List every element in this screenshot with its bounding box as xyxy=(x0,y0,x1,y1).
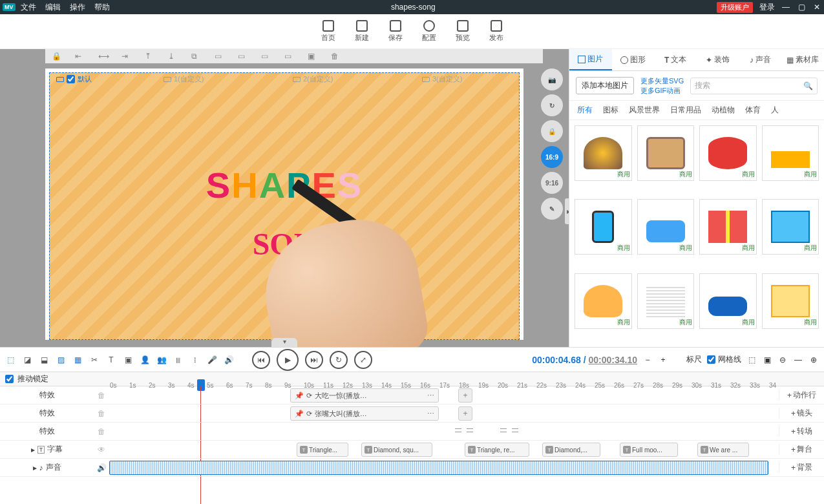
record-icon[interactable]: ⬚ xyxy=(5,355,16,365)
asset-phone[interactable]: 商用 xyxy=(575,199,632,255)
cat-icons[interactable]: 图标 xyxy=(603,105,618,116)
chevron-icon[interactable]: ▸ xyxy=(31,445,35,454)
ratio-16-9[interactable]: 16:9 xyxy=(541,146,563,168)
push-lock-check[interactable] xyxy=(5,375,14,383)
align-icon[interactable]: ⤒ xyxy=(145,52,154,61)
asset-chicken[interactable]: 商用 xyxy=(575,273,632,329)
cat-daily[interactable]: 日常用品 xyxy=(670,105,701,116)
menu-help[interactable]: 帮助 xyxy=(94,2,110,13)
add-camera-button[interactable]: + 镜头 xyxy=(779,408,824,419)
align-icon[interactable]: ⟷ xyxy=(98,52,107,61)
canvas-text-shapes[interactable]: SHAPES xyxy=(206,164,363,206)
delete-track-icon[interactable]: 🗑 xyxy=(94,427,109,436)
clip-fx-2[interactable]: 📌⟳张嘴大叫(播放完消失)⋯ xyxy=(290,406,439,421)
cat-people[interactable]: 人 xyxy=(771,105,779,116)
subtitle-clip[interactable]: TDiamond,... xyxy=(542,443,600,457)
menu-file[interactable]: 文件 xyxy=(21,2,36,13)
text-icon[interactable]: T xyxy=(106,355,116,365)
tool-icon[interactable]: ▦ xyxy=(72,355,83,365)
mic-icon[interactable]: ⫼ xyxy=(173,355,184,365)
layer-icon[interactable]: ▭ xyxy=(238,52,247,61)
cut-icon[interactable]: ✂ xyxy=(89,355,100,365)
menu-edit[interactable]: 编辑 xyxy=(45,2,61,13)
tool-icon[interactable]: ▣ xyxy=(762,355,772,365)
asset-motorcycle[interactable]: 商用 xyxy=(699,273,757,329)
asset-bag[interactable]: 商用 xyxy=(762,273,819,329)
layer-icon[interactable]: ▭ xyxy=(261,52,270,61)
plus-icon[interactable]: + xyxy=(658,355,668,365)
lock-button[interactable]: 🔒 xyxy=(541,120,563,142)
next-button[interactable]: ⏭ xyxy=(305,351,323,369)
add-transition-button[interactable]: + 转场 xyxy=(779,426,824,437)
toolbar-publish[interactable]: 发布 xyxy=(489,20,503,43)
wave-icon[interactable]: ⫶ xyxy=(190,355,200,365)
zoom-out-icon[interactable]: ⊖ xyxy=(777,355,788,365)
tab-sound[interactable]: ♪声音 xyxy=(739,49,782,70)
subtitle-clip[interactable]: TTriangle... xyxy=(297,443,348,457)
tab-text[interactable]: T文本 xyxy=(654,49,697,70)
align-icon[interactable]: ⤓ xyxy=(168,52,177,61)
user-icon[interactable]: 👤 xyxy=(140,355,150,365)
maximize-icon[interactable]: ▢ xyxy=(797,3,806,12)
asset-noodles[interactable]: 商用 xyxy=(575,125,632,181)
zoom-slider[interactable]: — xyxy=(793,355,803,365)
toolbar-config[interactable]: 配置 xyxy=(422,20,436,43)
copy-icon[interactable]: ⧉ xyxy=(191,52,200,61)
canvas-pull-handle[interactable]: ▾ xyxy=(271,338,297,347)
prev-button[interactable]: ⏮ xyxy=(252,351,270,369)
scene-tab-2[interactable]: 2(自定义) xyxy=(289,73,337,85)
tool-icon[interactable]: ▣ xyxy=(123,355,133,365)
cat-sports[interactable]: 体育 xyxy=(745,105,761,116)
canvas[interactable]: 默认 1(自定义) 2(自定义) 3(自定义) SHAPES SON xyxy=(45,68,523,340)
asset-gift[interactable]: 商用 xyxy=(699,199,757,255)
scene-tab-3[interactable]: 3(自定义) xyxy=(418,73,466,85)
toolbar-preview[interactable]: 预览 xyxy=(456,20,470,43)
subtitle-clip[interactable]: TFull moo... xyxy=(620,443,678,457)
link-more-svg[interactable]: 更多矢量SVG xyxy=(640,76,684,85)
chevron-icon[interactable]: ▸ xyxy=(33,463,37,472)
volume-icon[interactable]: 🔊 xyxy=(94,463,109,472)
minus-icon[interactable]: − xyxy=(642,355,653,365)
asset-map[interactable]: 商用 xyxy=(762,199,819,255)
transition-markers[interactable] xyxy=(500,428,518,435)
play-button[interactable]: ▶ xyxy=(277,349,299,371)
scene-check[interactable] xyxy=(67,75,75,83)
menu-action[interactable]: 操作 xyxy=(70,2,85,13)
minimize-icon[interactable]: — xyxy=(781,3,790,12)
volume-icon[interactable]: 🔊 xyxy=(224,355,234,365)
upgrade-button[interactable]: 升级账户 xyxy=(717,2,753,13)
add-local-image-button[interactable]: 添加本地图片 xyxy=(576,77,634,94)
zoom-in-icon[interactable]: ⊕ xyxy=(808,355,819,365)
layer-icon[interactable]: ▭ xyxy=(284,52,293,61)
add-clip-button[interactable]: + xyxy=(458,388,472,403)
rotate-button[interactable]: ↻ xyxy=(541,94,563,116)
asset-sign[interactable]: 商用 xyxy=(637,125,695,181)
cat-scenery[interactable]: 风景世界 xyxy=(629,105,660,116)
subtitle-clip[interactable]: TTriangle, re... xyxy=(465,443,529,457)
asset-paper[interactable]: 商用 xyxy=(637,273,695,329)
audio-clip[interactable] xyxy=(109,461,768,475)
add-action-row-button[interactable]: + 动作行 xyxy=(779,390,824,401)
delete-track-icon[interactable]: 🗑 xyxy=(94,409,109,418)
add-stage-button[interactable]: + 舞台 xyxy=(779,444,824,455)
subtitle-clip[interactable]: TDiamond, squ... xyxy=(361,443,432,457)
tool-icon[interactable]: ▨ xyxy=(56,355,66,365)
toolbar-home[interactable]: 首页 xyxy=(321,20,335,43)
add-clip-button[interactable]: + xyxy=(458,406,472,421)
scene-tab-1[interactable]: 1(自定义) xyxy=(160,73,207,85)
grid-toggle[interactable]: 网格线 xyxy=(707,354,741,365)
mic-icon[interactable]: 🎤 xyxy=(207,355,217,365)
link-more-gif[interactable]: 更多GIF动画 xyxy=(640,86,684,95)
login-button[interactable]: 登录 xyxy=(759,2,775,13)
add-background-button[interactable]: + 背景 xyxy=(779,462,824,473)
camera-button[interactable]: 📷 xyxy=(541,68,563,90)
tab-decor[interactable]: ✦装饰 xyxy=(697,49,739,70)
close-icon[interactable]: ✕ xyxy=(812,3,821,12)
delete-icon[interactable]: 🗑 xyxy=(331,52,340,61)
fullscreen-button[interactable]: ⤢ xyxy=(354,351,372,369)
asset-sofa[interactable]: 商用 xyxy=(637,199,695,255)
asset-lips[interactable]: 商用 xyxy=(699,125,757,181)
group-icon[interactable]: ▣ xyxy=(308,52,317,61)
collapse-right-icon[interactable]: ▸ xyxy=(565,198,569,224)
lock-icon[interactable]: 🔒 xyxy=(52,52,61,61)
